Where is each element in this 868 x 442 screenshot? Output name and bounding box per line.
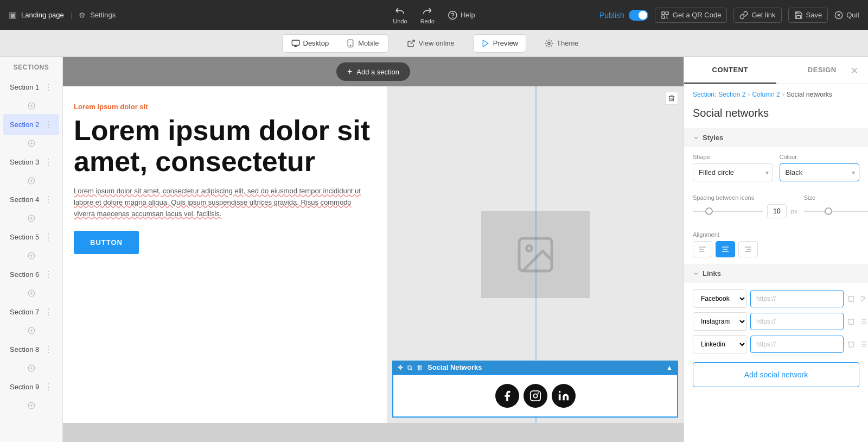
sidebar-item-section-4[interactable]: Section 4 ⋮ (3, 189, 59, 210)
section-5-menu[interactable]: ⋮ (44, 232, 53, 242)
tab-content[interactable]: CONTENT (684, 57, 776, 84)
shape-select[interactable]: Filled circle Outlined circle Square Non… (693, 163, 773, 181)
add-section-after-4[interactable] (0, 211, 62, 225)
mobile-button[interactable]: Mobile (337, 35, 387, 52)
add-section-after-5[interactable] (0, 249, 62, 263)
desktop-button[interactable]: Desktop (283, 35, 338, 52)
sidebar-item-section-9[interactable]: Section 9 ⋮ (3, 376, 59, 397)
linkedin-network-select[interactable]: Facebook Instagram Linkedin Twitter (693, 335, 747, 353)
social-copy-icon[interactable]: ⧉ (407, 364, 412, 371)
facebook-delete-button[interactable] (847, 291, 856, 307)
size-slider[interactable] (804, 211, 868, 212)
add-section-after-2[interactable] (0, 136, 62, 150)
section-1-menu[interactable]: ⋮ (44, 82, 53, 92)
sidebar-item-section-1[interactable]: Section 1 ⋮ (3, 77, 59, 98)
sidebar-item-section-6[interactable]: Section 6 ⋮ (3, 264, 59, 285)
instagram-network-select[interactable]: Facebook Instagram Linkedin Twitter (693, 312, 747, 331)
linkedin-url-input[interactable] (750, 336, 844, 353)
quit-button[interactable]: Quit (834, 11, 859, 20)
qr-code-button[interactable]: Get a QR Code (655, 8, 727, 23)
instagram-drag-handle[interactable] (859, 313, 867, 330)
sidebar-title: Sections (0, 57, 62, 75)
get-link-button[interactable]: Get link (733, 8, 781, 23)
add-section-after-9[interactable] (0, 399, 62, 413)
cta-button[interactable]: BUTTON (74, 231, 139, 254)
section-4-menu[interactable]: ⋮ (44, 194, 53, 205)
add-section-after-1[interactable] (0, 99, 62, 113)
main-layout: Sections Section 1 ⋮ Section 2 ⋮ Section… (0, 57, 868, 442)
section-7-menu[interactable]: ⋮ (44, 307, 53, 317)
shape-select-wrap: Filled circle Outlined circle Square Non… (693, 163, 773, 181)
publish-button[interactable]: Publish (599, 11, 624, 20)
view-online-button[interactable]: View online (399, 35, 462, 52)
linkedin-delete-button[interactable] (847, 336, 856, 352)
breadcrumb-section-link[interactable]: Section 2 (718, 91, 745, 98)
instagram-delete-button[interactable] (847, 313, 856, 330)
styles-label: Styles (703, 134, 723, 142)
social-widget-label: Social Networks (427, 363, 482, 371)
body-text[interactable]: Lorem ipsum dolor sit amet, consectetur … (74, 186, 371, 219)
topbar-divider: | (71, 11, 72, 19)
sidebar-item-section-5[interactable]: Section 5 ⋮ (3, 226, 59, 248)
add-section-after-7[interactable] (0, 324, 62, 338)
facebook-drag-handle[interactable] (859, 291, 867, 307)
add-section-after-8[interactable] (0, 361, 62, 375)
facebook-network-select[interactable]: Facebook Instagram Linkedin Twitter (693, 289, 747, 308)
help-label: Help (461, 11, 475, 19)
help-button[interactable]: Help (448, 10, 475, 20)
section-2-menu[interactable]: ⋮ (44, 119, 53, 130)
linkedin-drag-handle[interactable] (859, 336, 867, 352)
page-icon: ▣ (9, 10, 17, 20)
delete-section-button[interactable] (665, 92, 678, 105)
sidebar-item-section-2[interactable]: Section 2 ⋮ (3, 114, 59, 135)
add-social-network-button[interactable]: Add social network (693, 362, 859, 387)
panel-close-button[interactable] (841, 57, 868, 86)
breadcrumb-column-link[interactable]: Column 2 (752, 91, 780, 98)
social-drag-icon[interactable]: ✥ (398, 364, 403, 371)
breadcrumb: Section: Section 2 › Column 2 › Social n… (684, 84, 868, 105)
instagram-url-input[interactable] (750, 313, 844, 330)
preview-button[interactable]: Preview (473, 34, 526, 53)
section-6-menu[interactable]: ⋮ (44, 269, 53, 280)
heading-small[interactable]: Lorem ipsum dolor sit (74, 103, 371, 111)
save-label: Save (806, 11, 822, 19)
svg-rect-3 (666, 12, 668, 15)
settings-label[interactable]: Settings (90, 11, 116, 19)
sidebar-item-section-8[interactable]: Section 8 ⋮ (3, 339, 59, 360)
section-5-label: Section 5 (10, 233, 39, 241)
sidebar-item-section-7[interactable]: Section 7 ⋮ (3, 301, 59, 323)
spacing-slider[interactable] (693, 211, 763, 212)
spacing-label: Spacing between icons (693, 194, 797, 201)
social-delete-icon[interactable]: 🗑 (417, 364, 423, 371)
sidebar-item-section-3[interactable]: Section 3 ⋮ (3, 151, 59, 173)
styles-section-header[interactable]: Styles (684, 128, 868, 147)
facebook-url-input[interactable] (750, 290, 844, 307)
colour-select[interactable]: Black White Brand color (780, 163, 860, 181)
add-section-after-3[interactable] (0, 174, 62, 188)
section-9-menu[interactable]: ⋮ (44, 382, 53, 392)
redo-button[interactable]: Redo (420, 6, 435, 24)
add-section-button[interactable]: + Add a section (336, 62, 410, 81)
section-4-label: Section 4 (10, 195, 39, 204)
device-toggle: Desktop Mobile (282, 34, 388, 53)
undo-button[interactable]: Undo (393, 6, 407, 24)
facebook-icon-preview[interactable] (495, 384, 519, 408)
publish-toggle[interactable] (629, 10, 648, 21)
instagram-icon-preview[interactable] (524, 384, 547, 408)
desktop-label: Desktop (303, 39, 329, 47)
section-3-menu[interactable]: ⋮ (44, 157, 53, 167)
spacing-value[interactable] (767, 204, 787, 218)
section-3-label: Section 3 (10, 158, 39, 166)
social-widget-chevron[interactable]: ▲ (666, 364, 673, 371)
save-button[interactable]: Save (788, 8, 828, 23)
align-right-button[interactable] (738, 241, 758, 257)
links-section-header[interactable]: Links (684, 264, 868, 283)
size-group: Size px (804, 194, 868, 218)
align-center-button[interactable] (716, 241, 735, 257)
breadcrumb-section[interactable]: Section: (693, 91, 716, 98)
add-section-after-6[interactable] (0, 286, 62, 300)
section-8-menu[interactable]: ⋮ (44, 344, 53, 355)
align-left-button[interactable] (693, 241, 712, 257)
linkedin-icon-preview[interactable] (552, 384, 576, 408)
theme-button[interactable]: Theme (537, 35, 586, 52)
